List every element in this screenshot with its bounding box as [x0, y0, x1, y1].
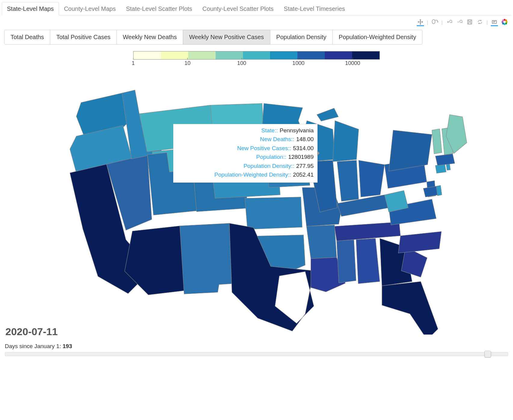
svg-point-15	[502, 19, 504, 21]
state-fl[interactable]	[382, 282, 438, 335]
slider-label-text: Days since January 1:	[5, 343, 61, 349]
svg-point-0	[432, 20, 435, 24]
metric-pop-density[interactable]: Population Density	[270, 30, 333, 45]
state-oh[interactable]	[359, 160, 385, 197]
toolbar-sep: |	[487, 20, 488, 25]
color-legend-ticks: 1 10 100 1000 10000	[133, 60, 380, 69]
tooltip-val: 2052.41	[293, 170, 314, 179]
bokeh-logo-icon[interactable]	[501, 19, 508, 26]
top-tab-bar: State-Level Maps County-Level Maps State…	[2, 2, 511, 15]
tooltip-val: Pennsylvania	[280, 126, 314, 135]
plot-toolbar: | | |	[2, 18, 511, 30]
tooltip-val: 277.95	[296, 162, 314, 170]
slider-label: Days since January 1: 193	[5, 343, 508, 350]
hover-tooltip: State::Pennsylvania New Deaths::148.00 N…	[173, 124, 318, 183]
tooltip-key: Population-Weighted Density::	[214, 170, 291, 179]
zoom-in-icon[interactable]	[446, 19, 453, 26]
us-map[interactable]: State::Pennsylvania New Deaths::148.00 N…	[2, 76, 511, 341]
tooltip-key: Population::	[256, 153, 286, 161]
tab-state-timeseries[interactable]: State-Level Timeseries	[279, 2, 350, 15]
tooltip-key: New Positive Cases::	[237, 144, 291, 153]
state-ny[interactable]	[389, 130, 432, 171]
date-slider[interactable]	[5, 352, 508, 356]
state-vt[interactable]	[432, 129, 442, 154]
tooltip-val: 5314.00	[293, 144, 314, 153]
state-in[interactable]	[337, 160, 359, 201]
state-ma[interactable]	[435, 154, 455, 165]
tab-county-scatter[interactable]: County-Level Scatter Plots	[197, 2, 279, 15]
legend-tick: 10000	[345, 60, 360, 66]
save-icon[interactable]	[466, 19, 473, 26]
state-nm[interactable]	[180, 223, 232, 294]
state-md[interactable]	[423, 186, 438, 197]
tooltip-caret-icon	[317, 151, 322, 156]
tab-state-scatter[interactable]: State-Level Scatter Plots	[121, 2, 197, 15]
tooltip-val: 148.00	[296, 135, 314, 144]
legend-tick: 1000	[292, 60, 304, 66]
refresh-icon[interactable]	[476, 19, 484, 26]
state-ms[interactable]	[337, 240, 356, 283]
tab-state-maps[interactable]: State-Level Maps	[2, 2, 59, 15]
legend-tick: 1	[132, 60, 135, 66]
hover-tool-icon[interactable]	[491, 19, 498, 26]
svg-point-1	[438, 22, 438, 22]
svg-rect-5	[468, 20, 471, 21]
metric-total-deaths[interactable]: Total Deaths	[4, 30, 50, 45]
svg-rect-7	[492, 20, 496, 23]
lasso-tool-icon[interactable]	[431, 19, 438, 26]
legend-tick: 10	[184, 60, 190, 66]
state-ri[interactable]	[446, 164, 450, 170]
date-label: 2020-07-11	[5, 326, 58, 338]
metric-pw-density[interactable]: Population-Weighted Density	[332, 30, 422, 45]
svg-rect-6	[468, 22, 471, 24]
color-legend-bar	[133, 51, 380, 60]
toolbar-sep: |	[427, 20, 428, 25]
metric-total-positive[interactable]: Total Positive Cases	[50, 30, 117, 45]
svg-point-2	[450, 20, 452, 23]
state-al[interactable]	[356, 238, 380, 284]
tooltip-key: State::	[261, 126, 278, 135]
zoom-out-icon[interactable]	[456, 19, 463, 26]
svg-point-3	[460, 20, 462, 23]
color-legend: 1 10 100 1000 10000	[2, 51, 511, 69]
metric-button-bar: Total Deaths Total Positive Cases Weekly…	[2, 30, 511, 45]
tooltip-val: 12801989	[288, 153, 314, 161]
state-tn[interactable]	[334, 222, 400, 241]
svg-rect-4	[468, 20, 472, 24]
state-ct[interactable]	[435, 164, 446, 173]
slider-value: 193	[63, 343, 72, 349]
state-ar[interactable]	[306, 225, 336, 259]
tooltip-key: New Deaths::	[260, 135, 294, 144]
toolbar-sep: |	[441, 20, 443, 25]
metric-weekly-positive[interactable]: Weekly New Positive Cases	[183, 30, 270, 45]
tooltip-key: Population Density::	[244, 162, 294, 170]
slider-thumb[interactable]	[484, 351, 491, 357]
metric-weekly-deaths[interactable]: Weekly New Deaths	[116, 30, 183, 45]
state-nc[interactable]	[398, 231, 441, 253]
pan-tool-icon[interactable]	[417, 19, 424, 26]
us-map-svg[interactable]	[23, 76, 490, 335]
state-ks[interactable]	[245, 197, 302, 230]
tab-county-maps[interactable]: County-Level Maps	[59, 2, 121, 15]
date-slider-block: Days since January 1: 193	[2, 341, 511, 360]
legend-tick: 100	[237, 60, 246, 66]
